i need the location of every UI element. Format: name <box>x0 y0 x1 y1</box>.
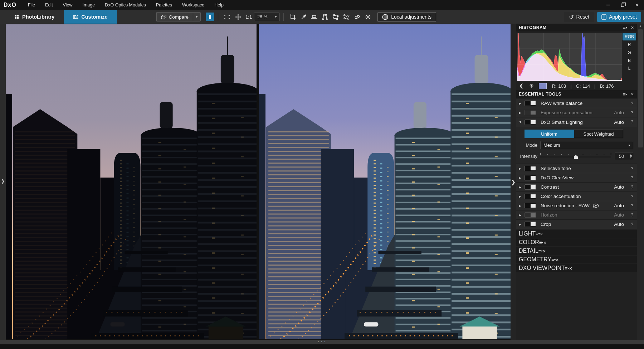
help-icon[interactable]: ? <box>629 120 633 125</box>
intensity-slider[interactable] <box>540 152 611 160</box>
enable-toggle[interactable] <box>525 101 536 106</box>
tool-noise-reduction-raw[interactable]: ▶ Noise reduction - RAW Auto ? <box>516 201 637 210</box>
palette-menu-icon[interactable]: ≡▾ <box>623 25 627 30</box>
enable-toggle[interactable] <box>525 110 536 115</box>
expander-icon[interactable]: ▶ <box>519 111 525 115</box>
tool-dxo-clearview[interactable]: ▶ DxO ClearView ? <box>516 173 637 183</box>
section-geometry[interactable]: GEOMETRY ≡▾✕ <box>516 256 637 263</box>
palette-menu-icon[interactable]: ≡▾ <box>551 257 556 262</box>
help-icon[interactable]: ? <box>629 185 633 190</box>
enable-toggle[interactable] <box>525 203 536 208</box>
scrollbar-thumb[interactable] <box>638 29 643 147</box>
help-icon[interactable]: ? <box>629 110 633 115</box>
enable-toggle[interactable] <box>525 194 536 199</box>
tool-horizon[interactable]: ▶ Horizon Auto ? <box>516 210 637 220</box>
minimize-button[interactable] <box>601 0 615 10</box>
palette-close-icon[interactable]: ✕ <box>556 258 559 262</box>
tool-exposure-compensation[interactable]: ▶ Exposure compensation Auto ? <box>516 108 637 117</box>
expander-icon[interactable]: ▶ <box>519 185 525 189</box>
fit-screen-button[interactable] <box>222 12 233 21</box>
tab-photolibrary[interactable]: PhotoLibrary <box>6 10 64 24</box>
shadow-clipping-icon[interactable] <box>519 83 526 89</box>
help-icon[interactable]: ? <box>629 203 633 208</box>
expander-icon[interactable]: ▶ <box>519 167 525 170</box>
tab-uniform[interactable]: Uniform <box>525 130 574 138</box>
channel-tab-r[interactable]: R <box>623 41 636 48</box>
menu-help[interactable]: Help <box>209 0 229 10</box>
section-dxo-viewpoint[interactable]: DXO VIEWPOINT ≡▾✕ <box>516 264 637 272</box>
enable-toggle[interactable] <box>525 184 536 190</box>
restore-button[interactable] <box>615 0 630 10</box>
tool-selective-tone[interactable]: ▶ Selective tone ? <box>516 164 637 173</box>
palette-close-icon[interactable]: ✕ <box>631 25 634 30</box>
split-view-toggle[interactable] <box>206 13 214 21</box>
menu-image[interactable]: Image <box>77 0 100 10</box>
menu-file[interactable]: File <box>23 0 40 10</box>
local-adjustments-button[interactable]: Local adjustments <box>377 12 436 22</box>
pan-tool-button[interactable] <box>233 12 243 21</box>
channel-tab-g[interactable]: G <box>623 49 636 56</box>
channel-tab-b[interactable]: B <box>623 57 636 64</box>
enable-toggle[interactable] <box>525 120 536 125</box>
crop-tool-button[interactable] <box>287 12 298 21</box>
expander-icon[interactable]: ▶ <box>519 223 525 226</box>
menu-edit[interactable]: Edit <box>40 0 58 10</box>
menu-palettes[interactable]: Palettes <box>151 0 177 10</box>
palette-menu-icon[interactable]: ≡▾ <box>565 266 569 271</box>
force-parallel-tool-button[interactable] <box>319 12 330 21</box>
palette-menu-icon[interactable]: ≡▾ <box>536 231 540 237</box>
enable-toggle[interactable] <box>525 212 536 218</box>
compare-button[interactable]: Compare <box>156 12 193 21</box>
palette-menu-icon[interactable]: ≡▾ <box>538 248 543 254</box>
menu-workspace[interactable]: Workspace <box>177 0 209 10</box>
horizon-tool-button[interactable] <box>309 12 319 21</box>
left-panel-expand-handle[interactable]: ❯ <box>0 24 6 340</box>
tool-contrast[interactable]: ▶ Contrast Auto ? <box>516 183 637 192</box>
panel-scrollbar[interactable]: ▲ <box>637 24 644 340</box>
tool-crop[interactable]: ▶ Crop Auto ? <box>516 220 637 229</box>
right-panel-collapse-handle[interactable]: ❯ <box>511 24 516 340</box>
mode-select[interactable]: Medium ▾ <box>540 141 633 149</box>
tab-customize[interactable]: Customize <box>64 10 117 24</box>
white-balance-picker-button[interactable] <box>298 12 309 21</box>
palette-close-icon[interactable]: ✕ <box>569 266 572 271</box>
free-perspective-tool-button[interactable] <box>341 12 352 21</box>
menu-view[interactable]: View <box>58 0 78 10</box>
after-image[interactable] <box>259 24 511 339</box>
highlight-clipping-icon[interactable]: ☀ <box>529 83 534 89</box>
enable-toggle[interactable] <box>525 166 536 171</box>
zoom-1to1-button[interactable]: 1:1 <box>245 14 252 20</box>
channel-tab-l[interactable]: L <box>623 64 636 72</box>
collapsed-filmstrip-bar[interactable] <box>0 344 644 349</box>
palette-close-icon[interactable]: ✕ <box>543 241 547 245</box>
before-image[interactable] <box>6 24 257 339</box>
slider-thumb[interactable] <box>574 155 578 159</box>
close-button[interactable]: ✕ <box>630 0 644 10</box>
apply-preset-button[interactable]: Apply preset <box>597 12 641 22</box>
intensity-stepper[interactable] <box>628 154 633 158</box>
section-detail[interactable]: DETAIL ≡▾✕ <box>516 247 637 255</box>
scroll-up-icon[interactable]: ▲ <box>637 24 644 28</box>
menu-dxo-optics-modules[interactable]: DxO Optics Modules <box>100 0 151 10</box>
tool-color-accentuation[interactable]: ▶ Color accentuation ? <box>516 192 637 201</box>
palette-menu-icon[interactable]: ≡▾ <box>539 240 543 245</box>
palette-close-icon[interactable]: ✕ <box>540 232 543 236</box>
expander-icon[interactable]: ▶ <box>519 204 525 208</box>
section-color[interactable]: COLOR ≡▾✕ <box>516 238 637 246</box>
tab-spot-weighted[interactable]: Spot Weighted <box>574 130 623 138</box>
expander-icon[interactable]: ▶ <box>519 102 525 105</box>
intensity-value-box[interactable]: 50 <box>615 152 633 160</box>
filmstrip-splitter[interactable]: • • • <box>0 340 644 344</box>
reset-button[interactable]: ↺ Reset <box>564 12 594 22</box>
section-light[interactable]: LIGHT ≡▾✕ <box>516 230 637 238</box>
help-icon[interactable]: ? <box>629 222 633 227</box>
palette-close-icon[interactable]: ✕ <box>631 92 634 97</box>
enable-toggle[interactable] <box>525 175 536 180</box>
red-eye-tool-button[interactable] <box>362 12 373 21</box>
compare-dropdown[interactable]: ▾ <box>193 12 201 21</box>
help-icon[interactable]: ? <box>629 101 633 106</box>
tool-dxo-smart-lighting[interactable]: ▼ DxO Smart Lighting Auto ? <box>516 117 637 127</box>
help-icon[interactable]: ? <box>629 175 633 180</box>
palette-close-icon[interactable]: ✕ <box>542 249 546 253</box>
help-icon[interactable]: ? <box>629 166 633 171</box>
